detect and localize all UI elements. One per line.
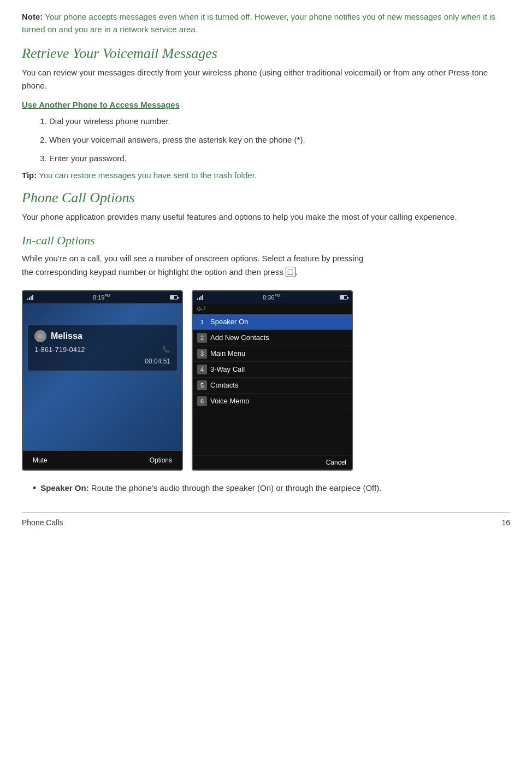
menu-label-3: 3-Way Call: [210, 365, 245, 373]
bullet-section: • Speaker On: Route the phone’s audio th…: [33, 482, 510, 496]
screen2-time: 8:36PM: [263, 294, 280, 301]
note-block: Note: Your phone accepts messages even w…: [22, 11, 510, 36]
call-screen: 8:19PM ☺ Melissa 1-861-719-0412 📞 00:04:…: [22, 290, 183, 471]
signal-bars-1: [27, 295, 33, 300]
signal-bar-4: [32, 295, 33, 300]
menu-item-1[interactable]: 2 Add New Contacts: [193, 330, 352, 346]
page-footer: Phone Calls 16: [22, 512, 510, 527]
menu-num-4: 5: [197, 380, 207, 390]
step-2: When your voicemail answers, press the a…: [49, 133, 510, 146]
battery-icon-1: [170, 295, 178, 300]
menu-screen-content: 0-7 1 Speaker On 2 Add New Contacts 3 Ma…: [193, 303, 352, 455]
incall-button-symbol: □: [286, 267, 295, 277]
incall-heading: In-call Options: [22, 233, 510, 248]
phone-icon-small: 📞: [162, 345, 170, 353]
incall-body1: While you’re on a call, you will see a n…: [22, 254, 363, 263]
menu-num-0: 1: [197, 317, 207, 327]
retrieve-body: You can review your messages directly fr…: [22, 66, 510, 92]
caller-number-row: 1-861-719-0412 📞: [34, 345, 170, 354]
note-text: Your phone accepts messages even when it…: [22, 12, 495, 34]
menu-label-5: Voice Memo: [210, 397, 250, 405]
menu-label-1: Add New Contacts: [210, 333, 269, 342]
menu-label-2: Main Menu: [210, 349, 245, 357]
caller-number: 1-861-719-0412: [34, 345, 85, 354]
signal-bar-s2-1: [197, 298, 198, 300]
battery-icon-2: [340, 295, 347, 300]
phone-call-body: Your phone application provides many use…: [22, 210, 510, 224]
menu-item-2[interactable]: 3 Main Menu: [193, 346, 352, 362]
call-duration: 00:04:51: [145, 357, 170, 365]
retrieve-heading: Retrieve Your Voicemail Messages: [22, 45, 510, 62]
signal-bar-s2-3: [200, 296, 202, 300]
signal-bar-1: [27, 298, 28, 300]
note-label: Note:: [22, 12, 43, 21]
signal-bar-3: [31, 296, 32, 300]
tip-block: Tip: You can restore messages you have s…: [22, 171, 510, 180]
status-bar-2: 8:36PM: [193, 291, 352, 303]
menu-num-5: 6: [197, 396, 207, 406]
menu-item-3[interactable]: 4 3-Way Call: [193, 362, 352, 378]
menu-item-5[interactable]: 6 Voice Memo: [193, 394, 352, 409]
menu-item-4[interactable]: 5 Contacts: [193, 378, 352, 394]
menu-range: 0-7: [193, 303, 352, 314]
tip-text: You can restore messages you have sent t…: [37, 171, 257, 180]
bullet-bold-0: Speaker On:: [40, 483, 88, 492]
bullet-text-0: Route the phone’s audio through the spea…: [91, 483, 381, 492]
tip-label: Tip:: [22, 171, 37, 180]
menu-num-1: 2: [197, 333, 207, 343]
menu-num-2: 3: [197, 349, 207, 359]
screen1-time: 8:19PM: [93, 294, 110, 301]
call-screen-content: ☺ Melissa 1-861-719-0412 📞 00:04:51: [23, 303, 182, 450]
footer-right: 16: [501, 518, 510, 527]
menu-label-4: Contacts: [210, 381, 238, 389]
caller-info-box: ☺ Melissa 1-861-719-0412 📞 00:04:51: [27, 324, 178, 371]
menu-num-3: 4: [197, 365, 207, 374]
menu-buttons: Cancel: [193, 455, 352, 470]
signal-bars-2: [197, 295, 203, 300]
footer-left: Phone Calls: [22, 518, 63, 527]
options-screen: 8:36PM 0-7 1 Speaker On 2 Add New Contac…: [192, 290, 353, 471]
mute-button[interactable]: Mute: [28, 454, 52, 466]
phone-call-heading: Phone Call Options: [22, 190, 510, 206]
person-icon: ☺: [34, 330, 46, 342]
bullet-item-0: • Speaker On: Route the phone’s audio th…: [33, 482, 510, 496]
caller-name-row: ☺ Melissa: [34, 330, 170, 342]
caller-name: Melissa: [51, 331, 82, 341]
options-button[interactable]: Options: [145, 454, 176, 466]
incall-body2: the corresponding keypad number or highl…: [22, 267, 283, 277]
step-1: Dial your wireless phone number.: [49, 115, 510, 128]
incall-body: While you’re on a call, you will see a n…: [22, 252, 510, 279]
bullet-content-0: Speaker On: Route the phone’s audio thro…: [40, 482, 510, 496]
cancel-button[interactable]: Cancel: [326, 459, 346, 466]
menu-label-0: Speaker On: [210, 318, 248, 326]
status-bar-1: 8:19PM: [23, 291, 182, 303]
subsection-heading: Use Another Phone to Access Messages: [22, 100, 510, 109]
signal-bar-s2-2: [199, 297, 200, 300]
menu-item-0[interactable]: 1 Speaker On: [193, 314, 352, 330]
bullet-dot: •: [33, 480, 36, 496]
steps-list: Dial your wireless phone number. When yo…: [49, 115, 510, 165]
step-3: Enter your password.: [49, 152, 510, 165]
call-buttons: Mute Options: [23, 450, 182, 470]
signal-bar-2: [29, 297, 30, 300]
phone-screens: 8:19PM ☺ Melissa 1-861-719-0412 📞 00:04:…: [22, 290, 510, 471]
call-duration-wrapper: 00:04:51: [34, 356, 170, 365]
signal-bar-s2-4: [202, 295, 203, 300]
